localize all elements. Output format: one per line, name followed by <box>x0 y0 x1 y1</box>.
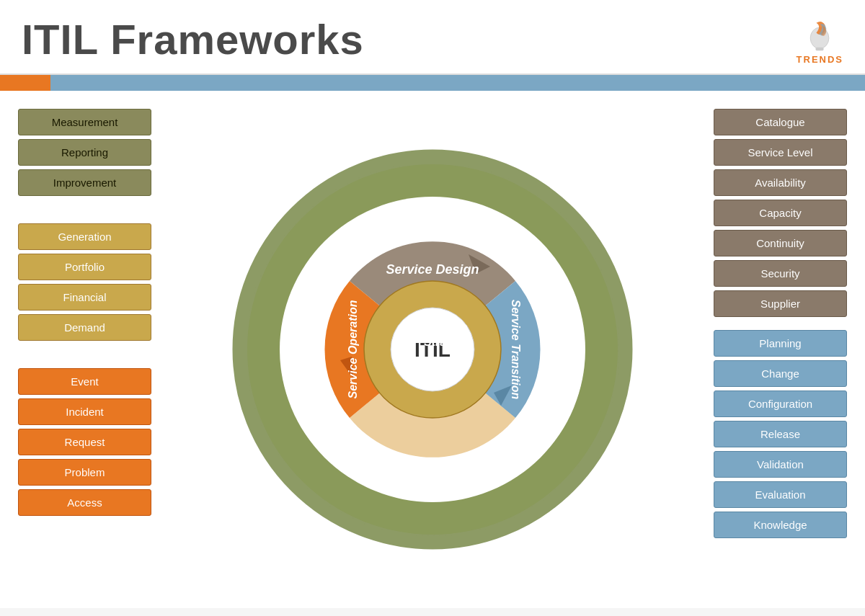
problem-button[interactable]: Problem <box>18 459 151 486</box>
trends-logo-icon <box>800 13 840 53</box>
color-bar-accent <box>0 75 50 91</box>
logo: TRENDS <box>797 13 843 65</box>
itil-svg: ITIL Continual Improvement Continual Imp… <box>231 148 634 551</box>
color-bar-main <box>50 75 865 91</box>
measurement-button[interactable]: Measurement <box>18 109 151 135</box>
continuity-button[interactable]: Continuity <box>714 230 847 256</box>
logo-text: TRENDS <box>797 54 843 65</box>
portfolio-button[interactable]: Portfolio <box>18 254 151 280</box>
catalogue-button[interactable]: Catalogue <box>714 109 847 135</box>
reporting-button[interactable]: Reporting <box>18 139 151 166</box>
design-group: Catalogue Service Level Availability Cap… <box>714 109 847 317</box>
strategy-group: Generation Portfolio Financial Demand <box>18 223 151 341</box>
security-button[interactable]: Security <box>714 260 847 287</box>
service-level-button[interactable]: Service Level <box>714 139 847 166</box>
release-button[interactable]: Release <box>714 421 847 447</box>
request-button[interactable]: Request <box>18 429 151 455</box>
financial-button[interactable]: Financial <box>18 284 151 311</box>
right-column: Catalogue Service Level Availability Cap… <box>714 105 847 594</box>
left-column: Measurement Reporting Improvement Genera… <box>18 105 151 594</box>
access-button[interactable]: Access <box>18 489 151 516</box>
validation-button[interactable]: Validation <box>714 451 847 478</box>
demand-button[interactable]: Demand <box>18 314 151 341</box>
capacity-button[interactable]: Capacity <box>714 200 847 226</box>
page-title: ITIL Frameworks <box>22 15 364 63</box>
supplier-button[interactable]: Supplier <box>714 290 847 317</box>
svg-text:Service Transition: Service Transition <box>510 300 522 400</box>
operation-group: Event Incident Request Problem Access <box>18 368 151 516</box>
svg-rect-1 <box>815 48 823 51</box>
availability-button[interactable]: Availability <box>714 169 847 196</box>
svg-text:Service Operation: Service Operation <box>347 300 359 398</box>
incident-button[interactable]: Incident <box>18 398 151 425</box>
svg-text:Strategy: Strategy <box>424 336 471 348</box>
transition-group: Planning Change Configuration Release Va… <box>714 330 847 538</box>
svg-text:Service Design: Service Design <box>386 262 479 277</box>
main-content: Measurement Reporting Improvement Genera… <box>0 91 865 608</box>
evaluation-button[interactable]: Evaluation <box>714 481 847 508</box>
event-button[interactable]: Event <box>18 368 151 395</box>
generation-button[interactable]: Generation <box>18 223 151 250</box>
improvement-button[interactable]: Improvement <box>18 169 151 196</box>
svg-text:Service: Service <box>427 321 468 334</box>
header: ITIL Frameworks TRENDS <box>0 0 865 75</box>
itil-diagram: ITIL Continual Improvement Continual Imp… <box>231 148 634 551</box>
center-diagram: ITIL Continual Improvement Continual Imp… <box>159 105 706 594</box>
knowledge-button[interactable]: Knowledge <box>714 512 847 538</box>
csi-group: Measurement Reporting Improvement <box>18 109 151 196</box>
color-bar <box>0 75 865 91</box>
change-button[interactable]: Change <box>714 360 847 387</box>
planning-button[interactable]: Planning <box>714 330 847 357</box>
configuration-button[interactable]: Configuration <box>714 390 847 417</box>
